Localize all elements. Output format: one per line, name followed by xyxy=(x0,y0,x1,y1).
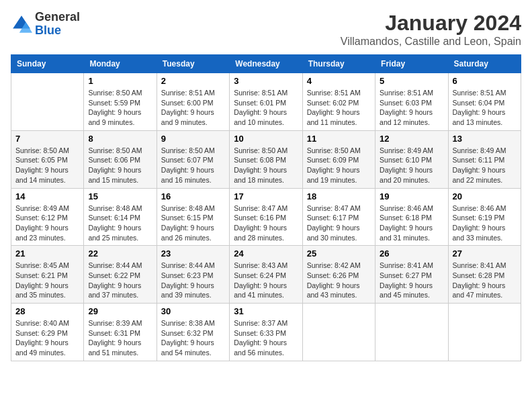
day-info: Sunrise: 8:51 AMSunset: 6:03 PMDaylight:… xyxy=(380,88,443,128)
day-info: Sunrise: 8:42 AMSunset: 6:26 PMDaylight:… xyxy=(307,261,371,300)
day-header-thursday: Thursday xyxy=(302,55,375,73)
calendar-cell: 9Sunrise: 8:50 AMSunset: 6:07 PMDaylight… xyxy=(157,130,229,188)
calendar-cell xyxy=(302,304,375,361)
day-number: 27 xyxy=(453,248,517,259)
day-number: 25 xyxy=(307,248,371,259)
calendar-cell: 22Sunrise: 8:44 AMSunset: 6:22 PMDayligh… xyxy=(84,246,157,304)
calendar-cell: 25Sunrise: 8:42 AMSunset: 6:26 PMDayligh… xyxy=(302,246,375,304)
day-info: Sunrise: 8:50 AMSunset: 6:05 PMDaylight:… xyxy=(15,146,79,185)
day-number: 16 xyxy=(161,191,225,201)
day-number: 6 xyxy=(453,76,517,86)
calendar-cell: 4Sunrise: 8:51 AMSunset: 6:02 PMDaylight… xyxy=(302,73,375,131)
day-number: 7 xyxy=(15,134,79,144)
day-number: 21 xyxy=(15,248,79,259)
calendar-cell: 12Sunrise: 8:49 AMSunset: 6:10 PMDayligh… xyxy=(375,130,448,188)
day-info: Sunrise: 8:46 AMSunset: 6:18 PMDaylight:… xyxy=(380,203,443,243)
calendar-cell: 24Sunrise: 8:43 AMSunset: 6:24 PMDayligh… xyxy=(230,246,302,304)
day-number: 18 xyxy=(307,191,371,201)
month-title: January 2024 xyxy=(341,11,521,36)
calendar-cell: 21Sunrise: 8:45 AMSunset: 6:21 PMDayligh… xyxy=(11,246,84,304)
day-number: 14 xyxy=(15,191,79,201)
day-header-friday: Friday xyxy=(375,55,448,73)
week-row-1: 1Sunrise: 8:50 AMSunset: 5:59 PMDaylight… xyxy=(11,73,521,131)
day-number: 31 xyxy=(234,306,298,316)
logo-general-text: General xyxy=(35,11,80,24)
day-number: 30 xyxy=(161,306,225,316)
day-header-saturday: Saturday xyxy=(448,55,521,73)
day-number: 3 xyxy=(234,76,298,86)
day-info: Sunrise: 8:50 AMSunset: 6:07 PMDaylight:… xyxy=(161,146,225,185)
day-info: Sunrise: 8:50 AMSunset: 6:08 PMDaylight:… xyxy=(234,146,298,185)
calendar-cell: 23Sunrise: 8:44 AMSunset: 6:23 PMDayligh… xyxy=(157,246,229,304)
logo-blue-text: Blue xyxy=(35,24,80,38)
week-row-5: 28Sunrise: 8:40 AMSunset: 6:29 PMDayligh… xyxy=(11,304,521,361)
day-number: 2 xyxy=(161,76,225,86)
day-number: 4 xyxy=(307,76,371,86)
day-info: Sunrise: 8:49 AMSunset: 6:12 PMDaylight:… xyxy=(15,203,79,243)
header-row: SundayMondayTuesdayWednesdayThursdayFrid… xyxy=(11,55,521,73)
day-info: Sunrise: 8:41 AMSunset: 6:27 PMDaylight:… xyxy=(380,261,443,300)
calendar-cell: 29Sunrise: 8:39 AMSunset: 6:31 PMDayligh… xyxy=(84,304,157,361)
calendar-cell: 10Sunrise: 8:50 AMSunset: 6:08 PMDayligh… xyxy=(230,130,302,188)
day-number: 10 xyxy=(234,134,298,144)
day-number: 29 xyxy=(88,306,152,316)
day-info: Sunrise: 8:48 AMSunset: 6:15 PMDaylight:… xyxy=(161,203,225,243)
calendar-cell: 2Sunrise: 8:51 AMSunset: 6:00 PMDaylight… xyxy=(157,73,229,131)
day-header-sunday: Sunday xyxy=(11,55,84,73)
page-header: General Blue January 2024 Villamandos, C… xyxy=(11,11,521,48)
day-number: 15 xyxy=(88,191,152,201)
calendar-cell xyxy=(11,73,84,131)
calendar-cell: 8Sunrise: 8:50 AMSunset: 6:06 PMDaylight… xyxy=(84,130,157,188)
day-number: 17 xyxy=(234,191,298,201)
location: Villamandos, Castille and Leon, Spain xyxy=(341,36,521,48)
calendar-cell: 13Sunrise: 8:49 AMSunset: 6:11 PMDayligh… xyxy=(448,130,521,188)
day-info: Sunrise: 8:49 AMSunset: 6:10 PMDaylight:… xyxy=(380,146,443,185)
calendar-cell: 7Sunrise: 8:50 AMSunset: 6:05 PMDaylight… xyxy=(11,130,84,188)
day-number: 5 xyxy=(380,76,443,86)
day-number: 12 xyxy=(380,134,443,144)
calendar-cell: 18Sunrise: 8:47 AMSunset: 6:17 PMDayligh… xyxy=(302,188,375,246)
calendar-cell: 3Sunrise: 8:51 AMSunset: 6:01 PMDaylight… xyxy=(230,73,302,131)
calendar-cell: 5Sunrise: 8:51 AMSunset: 6:03 PMDaylight… xyxy=(375,73,448,131)
day-info: Sunrise: 8:41 AMSunset: 6:28 PMDaylight:… xyxy=(453,261,517,300)
day-info: Sunrise: 8:38 AMSunset: 6:32 PMDaylight:… xyxy=(161,318,225,358)
calendar-cell: 26Sunrise: 8:41 AMSunset: 6:27 PMDayligh… xyxy=(375,246,448,304)
calendar-cell: 19Sunrise: 8:46 AMSunset: 6:18 PMDayligh… xyxy=(375,188,448,246)
logo: General Blue xyxy=(11,11,80,38)
day-number: 19 xyxy=(380,191,443,201)
day-info: Sunrise: 8:39 AMSunset: 6:31 PMDaylight:… xyxy=(88,318,152,358)
week-row-4: 21Sunrise: 8:45 AMSunset: 6:21 PMDayligh… xyxy=(11,246,521,304)
day-info: Sunrise: 8:51 AMSunset: 6:01 PMDaylight:… xyxy=(234,88,298,128)
calendar-cell: 16Sunrise: 8:48 AMSunset: 6:15 PMDayligh… xyxy=(157,188,229,246)
day-info: Sunrise: 8:46 AMSunset: 6:19 PMDaylight:… xyxy=(453,203,517,243)
day-number: 1 xyxy=(88,76,152,86)
week-row-3: 14Sunrise: 8:49 AMSunset: 6:12 PMDayligh… xyxy=(11,188,521,246)
day-info: Sunrise: 8:50 AMSunset: 5:59 PMDaylight:… xyxy=(88,88,152,128)
day-info: Sunrise: 8:44 AMSunset: 6:22 PMDaylight:… xyxy=(88,261,152,300)
calendar-cell: 15Sunrise: 8:48 AMSunset: 6:14 PMDayligh… xyxy=(84,188,157,246)
calendar-cell: 17Sunrise: 8:47 AMSunset: 6:16 PMDayligh… xyxy=(230,188,302,246)
day-info: Sunrise: 8:44 AMSunset: 6:23 PMDaylight:… xyxy=(161,261,225,300)
day-header-monday: Monday xyxy=(84,55,157,73)
title-block: January 2024 Villamandos, Castille and L… xyxy=(341,11,521,48)
calendar-cell: 30Sunrise: 8:38 AMSunset: 6:32 PMDayligh… xyxy=(157,304,229,361)
calendar-cell: 28Sunrise: 8:40 AMSunset: 6:29 PMDayligh… xyxy=(11,304,84,361)
calendar-cell: 6Sunrise: 8:51 AMSunset: 6:04 PMDaylight… xyxy=(448,73,521,131)
day-info: Sunrise: 8:50 AMSunset: 6:06 PMDaylight:… xyxy=(88,146,152,185)
day-number: 11 xyxy=(307,134,371,144)
day-info: Sunrise: 8:43 AMSunset: 6:24 PMDaylight:… xyxy=(234,261,298,300)
calendar-cell: 11Sunrise: 8:50 AMSunset: 6:09 PMDayligh… xyxy=(302,130,375,188)
day-info: Sunrise: 8:47 AMSunset: 6:16 PMDaylight:… xyxy=(234,203,298,243)
day-info: Sunrise: 8:50 AMSunset: 6:09 PMDaylight:… xyxy=(307,146,371,185)
day-header-tuesday: Tuesday xyxy=(157,55,229,73)
day-info: Sunrise: 8:51 AMSunset: 6:00 PMDaylight:… xyxy=(161,88,225,128)
calendar-cell xyxy=(375,304,448,361)
day-info: Sunrise: 8:47 AMSunset: 6:17 PMDaylight:… xyxy=(307,203,371,243)
calendar-table: SundayMondayTuesdayWednesdayThursdayFrid… xyxy=(11,54,521,361)
day-number: 24 xyxy=(234,248,298,259)
day-number: 22 xyxy=(88,248,152,259)
calendar-cell: 14Sunrise: 8:49 AMSunset: 6:12 PMDayligh… xyxy=(11,188,84,246)
day-info: Sunrise: 8:45 AMSunset: 6:21 PMDaylight:… xyxy=(15,261,79,300)
calendar-cell: 31Sunrise: 8:37 AMSunset: 6:33 PMDayligh… xyxy=(230,304,302,361)
day-info: Sunrise: 8:51 AMSunset: 6:02 PMDaylight:… xyxy=(307,88,371,128)
